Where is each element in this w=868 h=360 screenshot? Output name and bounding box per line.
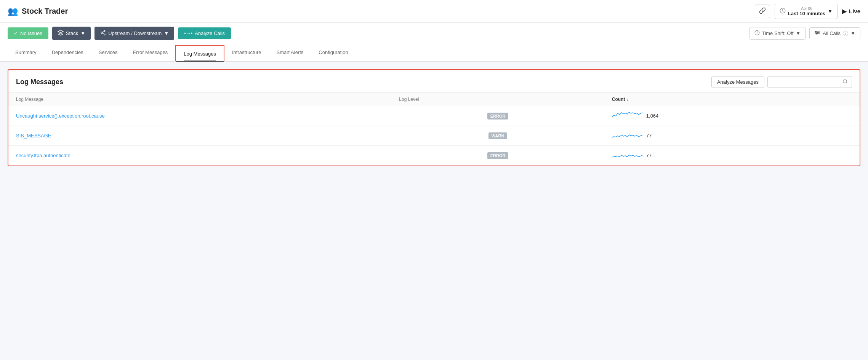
svg-line-4 bbox=[102, 31, 104, 32]
analyze-messages-button[interactable]: Analyze Messages bbox=[711, 76, 764, 88]
log-message-cell: Uncaught.service().exception.root.cause bbox=[8, 106, 391, 126]
time-range-button[interactable]: Apr 06 Last 10 minutes ▼ bbox=[775, 4, 838, 19]
log-level-cell: ERROR bbox=[391, 146, 604, 166]
nav-tabs: Summary Dependencies Services Error Mess… bbox=[0, 44, 868, 62]
no-issues-button[interactable]: ✓ No Issues bbox=[8, 27, 48, 39]
all-calls-chevron-icon: ▼ bbox=[850, 30, 855, 36]
time-range-text: Apr 06 Last 10 minutes bbox=[788, 6, 825, 16]
log-message-link[interactable]: security.ltpa.authenticate bbox=[16, 153, 70, 158]
table-row: SIB_MESSAGE WARN 77 bbox=[8, 126, 860, 146]
stack-chevron-icon: ▼ bbox=[80, 30, 85, 36]
tab-dependencies[interactable]: Dependencies bbox=[44, 44, 91, 61]
sparkline-icon bbox=[612, 112, 642, 120]
sparkline-icon bbox=[612, 131, 642, 140]
panel-title: Log Messages bbox=[16, 78, 63, 86]
col-header-level: Log Level bbox=[391, 93, 604, 106]
header-right: Apr 06 Last 10 minutes ▼ ▶ Live bbox=[755, 4, 860, 19]
app-icon: 👥 bbox=[8, 6, 18, 16]
main-content: Log Messages Analyze Messages Log Messag… bbox=[0, 62, 868, 174]
warn-badge: WARN bbox=[488, 132, 508, 139]
tab-configuration[interactable]: Configuration bbox=[311, 44, 356, 61]
svg-point-13 bbox=[843, 80, 847, 83]
count-value: 1,064 bbox=[646, 113, 659, 119]
header-left: 👥 Stock Trader bbox=[8, 6, 68, 16]
count-value: 77 bbox=[646, 153, 652, 158]
upstream-chevron-icon: ▼ bbox=[164, 30, 169, 36]
tab-infrastructure[interactable]: Infrastructure bbox=[224, 44, 269, 61]
toolbar-right: Time Shift: Off ▼ All Calls i ▼ bbox=[749, 27, 860, 40]
svg-point-10 bbox=[815, 31, 817, 32]
svg-point-11 bbox=[817, 32, 818, 33]
stack-button[interactable]: Stack ▼ bbox=[52, 27, 91, 40]
log-message-cell: SIB_MESSAGE bbox=[8, 126, 391, 146]
chevron-down-icon: ▼ bbox=[828, 8, 833, 14]
error-badge: ERROR bbox=[487, 152, 509, 159]
col-header-message: Log Message bbox=[8, 93, 391, 106]
svg-line-5 bbox=[102, 33, 104, 34]
log-message-link[interactable]: Uncaught.service().exception.root.cause bbox=[16, 113, 105, 119]
upstream-icon bbox=[100, 30, 106, 37]
log-table: Log Message Log Level Count ↓ Uncaught.s… bbox=[8, 92, 860, 166]
play-icon: ▶ bbox=[842, 8, 847, 15]
count-cell: 1,064 bbox=[604, 106, 860, 126]
svg-point-12 bbox=[816, 33, 817, 34]
error-badge: ERROR bbox=[487, 113, 509, 119]
time-shift-chevron-icon: ▼ bbox=[796, 30, 801, 36]
count-value: 77 bbox=[646, 133, 652, 139]
checkmark-icon: ✓ bbox=[14, 30, 18, 36]
col-header-count: Count ↓ bbox=[604, 93, 860, 106]
log-messages-panel: Log Messages Analyze Messages Log Messag… bbox=[8, 69, 860, 166]
link-button[interactable] bbox=[755, 5, 770, 18]
log-level-cell: WARN bbox=[391, 126, 604, 146]
analyze-icon: •→• bbox=[184, 30, 192, 36]
tab-summary[interactable]: Summary bbox=[8, 44, 44, 61]
sort-icon: ↓ bbox=[626, 97, 629, 102]
time-shift-button[interactable]: Time Shift: Off ▼ bbox=[749, 27, 806, 40]
tab-services[interactable]: Services bbox=[91, 44, 125, 61]
svg-point-2 bbox=[104, 30, 106, 32]
count-cell: 77 bbox=[604, 126, 860, 146]
log-level-cell: ERROR bbox=[391, 106, 604, 126]
tab-log-messages[interactable]: Log Messages bbox=[175, 45, 224, 61]
analyze-calls-button[interactable]: •→• Analyze Calls bbox=[178, 27, 231, 39]
table-row: Uncaught.service().exception.root.cause … bbox=[8, 106, 860, 126]
clock-icon bbox=[780, 8, 786, 15]
svg-point-1 bbox=[101, 32, 103, 33]
search-input[interactable] bbox=[772, 79, 840, 85]
time-shift-icon bbox=[754, 30, 760, 37]
svg-point-3 bbox=[104, 34, 106, 35]
log-message-cell: security.ltpa.authenticate bbox=[8, 146, 391, 166]
app-header: 👥 Stock Trader Apr 06 Last 10 minutes ▼ … bbox=[0, 0, 868, 23]
sparkline-icon bbox=[612, 151, 642, 160]
count-cell: 77 bbox=[604, 146, 860, 166]
tab-error-messages[interactable]: Error Messages bbox=[125, 44, 176, 61]
tab-smart-alerts[interactable]: Smart Alerts bbox=[269, 44, 311, 61]
toolbar: ✓ No Issues Stack ▼ Upstream / Downstrea… bbox=[0, 23, 868, 44]
all-calls-button[interactable]: All Calls i ▼ bbox=[809, 27, 860, 39]
search-icon bbox=[842, 79, 848, 85]
svg-line-14 bbox=[846, 83, 847, 84]
stack-icon bbox=[58, 30, 64, 37]
log-message-link[interactable]: SIB_MESSAGE bbox=[16, 133, 51, 139]
calls-icon bbox=[814, 30, 820, 36]
live-button[interactable]: ▶ Live bbox=[842, 8, 860, 15]
upstream-downstream-button[interactable]: Upstream / Downstream ▼ bbox=[94, 27, 174, 40]
table-header-row: Log Message Log Level Count ↓ bbox=[8, 93, 860, 106]
search-box[interactable] bbox=[767, 76, 852, 88]
panel-actions: Analyze Messages bbox=[711, 76, 852, 88]
panel-header: Log Messages Analyze Messages bbox=[8, 70, 860, 92]
info-icon: i bbox=[843, 31, 848, 36]
table-row: security.ltpa.authenticate ERROR 7 bbox=[8, 146, 860, 166]
app-title: Stock Trader bbox=[22, 7, 68, 16]
